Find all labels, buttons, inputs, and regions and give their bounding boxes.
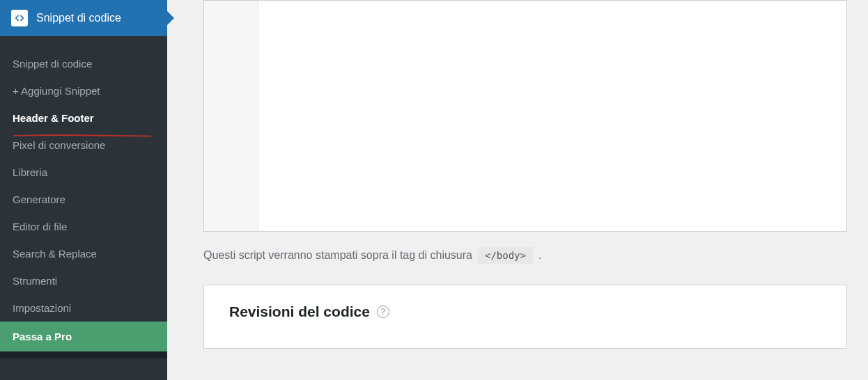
sidebar-item-header-footer[interactable]: Header & Footer [0, 104, 167, 132]
sidebar-item-library[interactable]: Libreria [0, 159, 167, 186]
sidebar-item-label: Pixel di conversione [13, 139, 105, 151]
sidebar-item-file-editor[interactable]: Editor di file [0, 213, 167, 240]
sidebar-gap [0, 36, 167, 50]
sidebar-header[interactable]: Snippet di codice [0, 0, 167, 36]
revisions-panel: Revisioni del codice ? [203, 285, 847, 349]
main-content: Questi script verranno stampati sopra il… [167, 0, 868, 380]
sidebar-item-label: Header & Footer [13, 112, 94, 124]
sidebar-item-label: Editor di file [13, 221, 67, 232]
sidebar-item-upgrade-pro[interactable]: Passa a Pro [0, 322, 167, 351]
underline-annotation [13, 127, 152, 130]
sidebar-item-label: Generatore [13, 193, 65, 205]
sidebar-item-snippets[interactable]: Snippet di codice [0, 50, 167, 77]
sidebar-bottom-bar [0, 351, 167, 358]
description-suffix: . [538, 249, 541, 262]
editor-content[interactable] [258, 1, 846, 231]
description-code-tag: </body> [478, 247, 533, 264]
code-editor-panel [203, 0, 847, 232]
sidebar-item-label: Libreria [13, 166, 47, 178]
revisions-title: Revisioni del codice ? [229, 303, 821, 320]
revisions-title-text: Revisioni del codice [229, 303, 370, 320]
sidebar-item-label: Passa a Pro [13, 331, 72, 342]
sidebar-item-tools[interactable]: Strumenti [0, 267, 167, 294]
description-text: Questi script verranno stampati sopra il… [203, 249, 472, 262]
sidebar-item-add-snippet[interactable]: + Aggiungi Snippet [0, 77, 167, 104]
sidebar-item-conversion-pixel[interactable]: Pixel di conversione [0, 132, 167, 159]
sidebar-item-generator[interactable]: Generatore [0, 186, 167, 213]
sidebar-item-label: Strumenti [13, 275, 57, 287]
sidebar: Snippet di codice Snippet di codice + Ag… [0, 0, 167, 380]
editor-description: Questi script verranno stampati sopra il… [203, 232, 847, 264]
code-snippets-icon [11, 10, 28, 26]
sidebar-item-label: Snippet di codice [13, 58, 92, 70]
sidebar-item-search-replace[interactable]: Search & Replace [0, 240, 167, 267]
sidebar-header-title: Snippet di codice [36, 12, 121, 24]
sidebar-item-label: + Aggiungi Snippet [13, 85, 100, 97]
sidebar-item-label: Search & Replace [13, 248, 97, 260]
sidebar-item-label: Impostazioni [13, 302, 71, 314]
sidebar-item-settings[interactable]: Impostazioni [0, 294, 167, 322]
editor-gutter [204, 1, 258, 231]
help-icon[interactable]: ? [377, 306, 389, 318]
